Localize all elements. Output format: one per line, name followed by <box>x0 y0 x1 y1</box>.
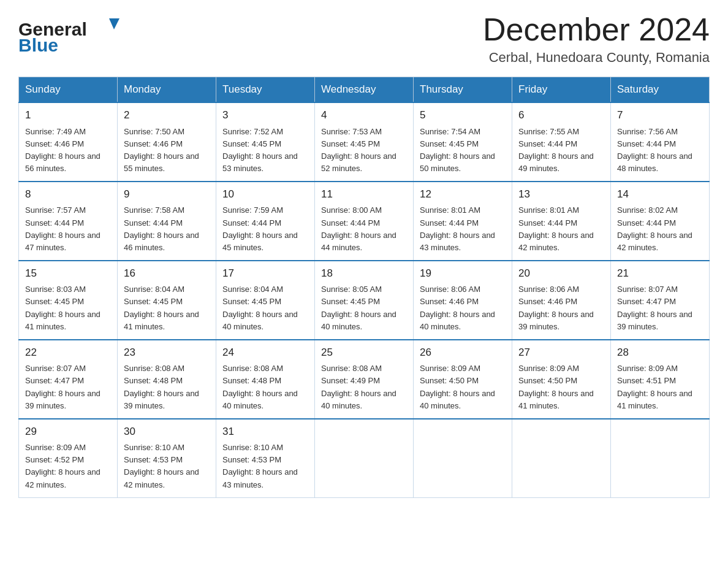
logo: General Blue <box>18 12 129 58</box>
week-row-5: 29Sunrise: 8:09 AMSunset: 4:52 PMDayligh… <box>19 419 710 497</box>
day-info: Sunrise: 8:04 AMSunset: 4:45 PMDaylight:… <box>124 283 210 333</box>
calendar-cell: 18Sunrise: 8:05 AMSunset: 4:45 PMDayligh… <box>315 261 414 340</box>
day-number: 30 <box>124 424 210 440</box>
day-info: Sunrise: 7:54 AMSunset: 4:45 PMDaylight:… <box>420 126 506 175</box>
calendar-cell: 2Sunrise: 7:50 AMSunset: 4:46 PMDaylight… <box>118 102 216 182</box>
day-info: Sunrise: 8:08 AMSunset: 4:49 PMDaylight:… <box>321 362 407 412</box>
calendar-cell: 12Sunrise: 8:01 AMSunset: 4:44 PMDayligh… <box>414 182 512 261</box>
day-number: 7 <box>617 107 703 123</box>
day-number: 11 <box>321 186 407 202</box>
day-info: Sunrise: 7:49 AMSunset: 4:46 PMDaylight:… <box>25 126 111 175</box>
week-row-2: 8Sunrise: 7:57 AMSunset: 4:44 PMDaylight… <box>19 182 710 261</box>
day-number: 9 <box>124 186 210 202</box>
calendar-cell <box>611 419 710 497</box>
calendar-cell: 17Sunrise: 8:04 AMSunset: 4:45 PMDayligh… <box>216 261 315 340</box>
day-number: 29 <box>25 424 111 440</box>
day-number: 13 <box>518 186 604 202</box>
weekday-header-sunday: Sunday <box>19 77 118 103</box>
day-number: 12 <box>420 186 506 202</box>
calendar-cell: 23Sunrise: 8:08 AMSunset: 4:48 PMDayligh… <box>118 340 216 419</box>
day-info: Sunrise: 7:52 AMSunset: 4:45 PMDaylight:… <box>222 126 308 175</box>
day-info: Sunrise: 8:03 AMSunset: 4:45 PMDaylight:… <box>25 283 111 333</box>
svg-marker-1 <box>109 18 119 29</box>
calendar-cell: 5Sunrise: 7:54 AMSunset: 4:45 PMDaylight… <box>414 102 512 182</box>
day-number: 25 <box>321 345 407 361</box>
calendar-cell: 3Sunrise: 7:52 AMSunset: 4:45 PMDaylight… <box>216 102 315 182</box>
day-number: 6 <box>518 107 604 123</box>
calendar-cell: 22Sunrise: 8:07 AMSunset: 4:47 PMDayligh… <box>19 340 118 419</box>
day-info: Sunrise: 8:10 AMSunset: 4:53 PMDaylight:… <box>222 442 308 491</box>
calendar-cell: 28Sunrise: 8:09 AMSunset: 4:51 PMDayligh… <box>611 340 710 419</box>
day-number: 3 <box>222 107 308 123</box>
weekday-header-saturday: Saturday <box>611 77 710 103</box>
calendar-cell: 27Sunrise: 8:09 AMSunset: 4:50 PMDayligh… <box>512 340 611 419</box>
calendar-cell: 4Sunrise: 7:53 AMSunset: 4:45 PMDaylight… <box>315 102 414 182</box>
day-number: 23 <box>124 345 210 361</box>
day-number: 31 <box>222 424 308 440</box>
week-row-3: 15Sunrise: 8:03 AMSunset: 4:45 PMDayligh… <box>19 261 710 340</box>
month-title: December 2024 <box>483 12 710 47</box>
weekday-header-friday: Friday <box>512 77 611 103</box>
calendar-cell: 16Sunrise: 8:04 AMSunset: 4:45 PMDayligh… <box>118 261 216 340</box>
day-number: 8 <box>25 186 111 202</box>
weekday-header-tuesday: Tuesday <box>216 77 315 103</box>
calendar-cell: 31Sunrise: 8:10 AMSunset: 4:53 PMDayligh… <box>216 419 315 497</box>
day-info: Sunrise: 8:09 AMSunset: 4:50 PMDaylight:… <box>420 362 506 412</box>
day-info: Sunrise: 7:56 AMSunset: 4:44 PMDaylight:… <box>617 126 703 175</box>
day-number: 26 <box>420 345 506 361</box>
calendar-table: SundayMondayTuesdayWednesdayThursdayFrid… <box>18 77 710 498</box>
day-number: 22 <box>25 345 111 361</box>
day-info: Sunrise: 8:00 AMSunset: 4:44 PMDaylight:… <box>321 204 407 254</box>
day-info: Sunrise: 8:08 AMSunset: 4:48 PMDaylight:… <box>124 362 210 412</box>
calendar-cell: 7Sunrise: 7:56 AMSunset: 4:44 PMDaylight… <box>611 102 710 182</box>
day-number: 15 <box>25 266 111 282</box>
day-number: 17 <box>222 266 308 282</box>
calendar-cell: 19Sunrise: 8:06 AMSunset: 4:46 PMDayligh… <box>414 261 512 340</box>
calendar-cell: 13Sunrise: 8:01 AMSunset: 4:44 PMDayligh… <box>512 182 611 261</box>
calendar-cell: 9Sunrise: 7:58 AMSunset: 4:44 PMDaylight… <box>118 182 216 261</box>
day-info: Sunrise: 8:05 AMSunset: 4:45 PMDaylight:… <box>321 283 407 333</box>
weekday-header-monday: Monday <box>118 77 216 103</box>
calendar-cell: 21Sunrise: 8:07 AMSunset: 4:47 PMDayligh… <box>611 261 710 340</box>
day-info: Sunrise: 8:09 AMSunset: 4:50 PMDaylight:… <box>518 362 604 412</box>
day-info: Sunrise: 8:01 AMSunset: 4:44 PMDaylight:… <box>518 204 604 254</box>
day-info: Sunrise: 7:58 AMSunset: 4:44 PMDaylight:… <box>124 204 210 254</box>
calendar-cell: 30Sunrise: 8:10 AMSunset: 4:53 PMDayligh… <box>118 419 216 497</box>
calendar-cell: 25Sunrise: 8:08 AMSunset: 4:49 PMDayligh… <box>315 340 414 419</box>
day-info: Sunrise: 8:02 AMSunset: 4:44 PMDaylight:… <box>617 204 703 254</box>
day-info: Sunrise: 8:10 AMSunset: 4:53 PMDaylight:… <box>124 442 210 491</box>
day-number: 20 <box>518 266 604 282</box>
day-number: 21 <box>617 266 703 282</box>
day-number: 14 <box>617 186 703 202</box>
day-number: 10 <box>222 186 308 202</box>
calendar-cell: 29Sunrise: 8:09 AMSunset: 4:52 PMDayligh… <box>19 419 118 497</box>
calendar-cell <box>512 419 611 497</box>
day-info: Sunrise: 7:57 AMSunset: 4:44 PMDaylight:… <box>25 204 111 254</box>
day-number: 1 <box>25 107 111 123</box>
calendar-cell: 10Sunrise: 7:59 AMSunset: 4:44 PMDayligh… <box>216 182 315 261</box>
day-info: Sunrise: 7:59 AMSunset: 4:44 PMDaylight:… <box>222 204 308 254</box>
day-number: 24 <box>222 345 308 361</box>
day-info: Sunrise: 8:08 AMSunset: 4:48 PMDaylight:… <box>222 362 308 412</box>
day-number: 4 <box>321 107 407 123</box>
calendar-cell: 24Sunrise: 8:08 AMSunset: 4:48 PMDayligh… <box>216 340 315 419</box>
day-info: Sunrise: 8:06 AMSunset: 4:46 PMDaylight:… <box>518 283 604 333</box>
day-info: Sunrise: 8:09 AMSunset: 4:52 PMDaylight:… <box>25 442 111 491</box>
day-info: Sunrise: 7:55 AMSunset: 4:44 PMDaylight:… <box>518 126 604 175</box>
day-number: 16 <box>124 266 210 282</box>
day-info: Sunrise: 8:07 AMSunset: 4:47 PMDaylight:… <box>617 283 703 333</box>
weekday-header-row: SundayMondayTuesdayWednesdayThursdayFrid… <box>19 77 710 103</box>
day-info: Sunrise: 8:04 AMSunset: 4:45 PMDaylight:… <box>222 283 308 333</box>
calendar-cell <box>315 419 414 497</box>
weekday-header-wednesday: Wednesday <box>315 77 414 103</box>
day-number: 5 <box>420 107 506 123</box>
day-number: 2 <box>124 107 210 123</box>
day-number: 18 <box>321 266 407 282</box>
calendar-cell: 15Sunrise: 8:03 AMSunset: 4:45 PMDayligh… <box>19 261 118 340</box>
calendar-cell: 20Sunrise: 8:06 AMSunset: 4:46 PMDayligh… <box>512 261 611 340</box>
day-number: 28 <box>617 345 703 361</box>
location-title: Cerbal, Hunedoara County, Romania <box>483 50 710 66</box>
day-info: Sunrise: 8:06 AMSunset: 4:46 PMDaylight:… <box>420 283 506 333</box>
day-number: 27 <box>518 345 604 361</box>
day-info: Sunrise: 8:01 AMSunset: 4:44 PMDaylight:… <box>420 204 506 254</box>
